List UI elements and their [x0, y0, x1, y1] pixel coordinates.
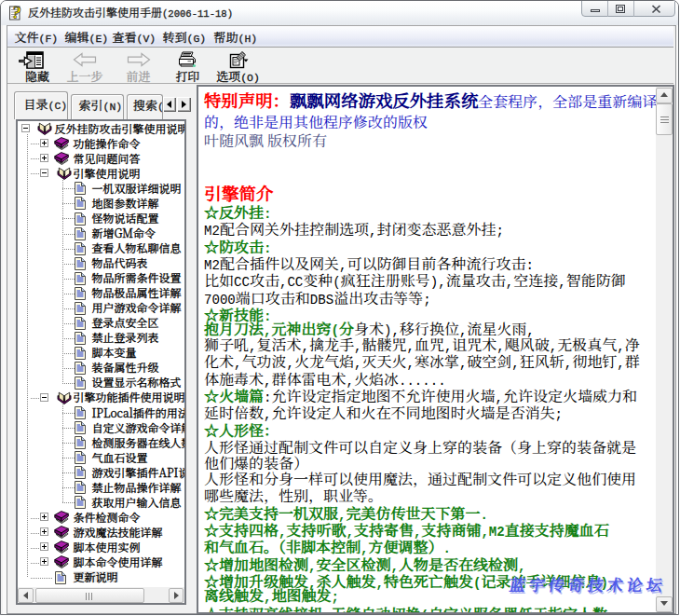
svg-text:?: ?: [10, 4, 22, 21]
